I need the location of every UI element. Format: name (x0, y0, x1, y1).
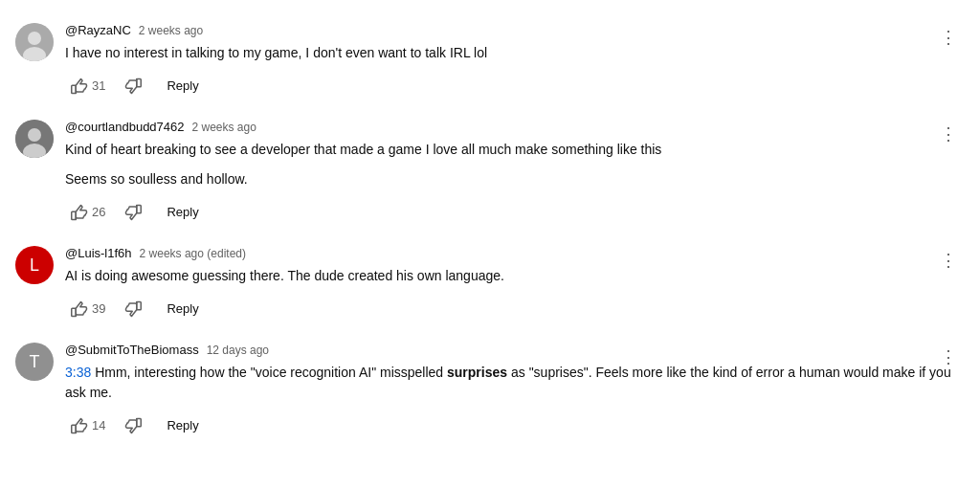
like-button[interactable]: 26 (65, 200, 111, 225)
comment-header: @Luis-l1f6h 2 weeks ago (edited) (65, 246, 965, 260)
comment-text-segment: Hmm, interesting how the "voice recognit… (95, 365, 447, 380)
like-icon (71, 300, 88, 318)
like-count: 31 (92, 78, 105, 93)
timestamp: 2 weeks ago (edited) (140, 247, 246, 260)
dislike-button[interactable] (119, 297, 147, 322)
timestamp: 2 weeks ago (139, 24, 203, 37)
timestamp: 12 days ago (207, 344, 269, 357)
svg-rect-13 (137, 418, 142, 426)
reply-button[interactable]: Reply (155, 296, 210, 322)
username[interactable]: @courtlandbudd7462 (65, 120, 185, 134)
comment-actions: 39 Reply (65, 296, 965, 322)
dislike-button[interactable] (119, 74, 147, 99)
svg-rect-11 (137, 301, 142, 309)
comment-body: @SubmitToTheBiomass 12 days ago 3:38 Hmm… (65, 343, 965, 438)
avatar-letter: T (30, 352, 40, 372)
username[interactable]: @RayzaNC (65, 23, 131, 37)
svg-point-1 (28, 32, 41, 45)
like-button[interactable]: 14 (65, 413, 111, 438)
dislike-icon (124, 300, 142, 318)
comment-item: L @Luis-l1f6h 2 weeks ago (edited) AI is… (15, 234, 965, 331)
reply-button[interactable]: Reply (155, 412, 210, 438)
comment-header: @courtlandbudd7462 2 weeks ago (65, 120, 965, 134)
comment-text: AI is doing awesome guessing there. The … (65, 266, 965, 286)
avatar: T (15, 343, 54, 381)
comment-actions: 26 Reply (65, 199, 965, 225)
comment-body: @Luis-l1f6h 2 weeks ago (edited) AI is d… (65, 246, 965, 322)
comment-text: I have no interest in talking to my game… (65, 43, 965, 63)
like-icon (71, 417, 88, 434)
username[interactable]: @SubmitToTheBiomass (65, 343, 199, 357)
comment-item: T @SubmitToTheBiomass 12 days ago 3:38 H… (15, 331, 965, 448)
reply-button[interactable]: Reply (155, 73, 210, 99)
dislike-icon (124, 78, 142, 95)
like-icon (71, 78, 88, 95)
svg-rect-10 (72, 308, 77, 316)
like-count: 39 (92, 301, 105, 316)
svg-rect-8 (72, 211, 77, 219)
avatar (15, 120, 54, 158)
more-options-button[interactable]: ⋮ (932, 343, 965, 371)
more-options-button[interactable]: ⋮ (932, 246, 965, 275)
comment-text-bold: surprises (447, 365, 507, 380)
svg-rect-3 (72, 85, 77, 93)
like-icon (71, 204, 88, 221)
comment-text: 3:38 Hmm, interesting how the "voice rec… (65, 363, 965, 403)
dislike-icon (124, 204, 142, 221)
dislike-icon (124, 417, 142, 434)
video-timestamp-link[interactable]: 3:38 (65, 365, 91, 380)
more-options-button[interactable]: ⋮ (932, 23, 965, 52)
comment-list: @RayzaNC 2 weeks ago I have no interest … (15, 11, 965, 448)
comment-body: @courtlandbudd7462 2 weeks ago Kind of h… (65, 120, 965, 225)
like-count: 26 (92, 205, 105, 219)
comment-header: @RayzaNC 2 weeks ago (65, 23, 965, 37)
avatar (15, 23, 54, 61)
avatar: L (15, 246, 54, 284)
more-options-button[interactable]: ⋮ (932, 120, 965, 148)
comment-actions: 31 Reply (65, 73, 965, 99)
svg-rect-4 (137, 78, 142, 86)
like-button[interactable]: 31 (65, 74, 111, 99)
comment-paragraph: Seems so soulless and hollow. (65, 169, 965, 189)
avatar-letter: L (30, 255, 39, 276)
svg-rect-12 (72, 425, 77, 433)
comment-item: @courtlandbudd7462 2 weeks ago Kind of h… (15, 108, 965, 234)
comment-header: @SubmitToTheBiomass 12 days ago (65, 343, 965, 357)
reply-button[interactable]: Reply (155, 199, 210, 225)
svg-point-6 (28, 128, 41, 142)
svg-rect-9 (137, 205, 142, 212)
username[interactable]: @Luis-l1f6h (65, 246, 132, 260)
comment-text: Kind of heart breaking to see a develope… (65, 140, 965, 189)
comment-actions: 14 Reply (65, 412, 965, 438)
comment-body: @RayzaNC 2 weeks ago I have no interest … (65, 23, 965, 99)
dislike-button[interactable] (119, 200, 147, 225)
dislike-button[interactable] (119, 413, 147, 438)
comment-item: @RayzaNC 2 weeks ago I have no interest … (15, 11, 965, 108)
like-button[interactable]: 39 (65, 297, 111, 322)
like-count: 14 (92, 418, 105, 433)
timestamp: 2 weeks ago (192, 121, 256, 134)
